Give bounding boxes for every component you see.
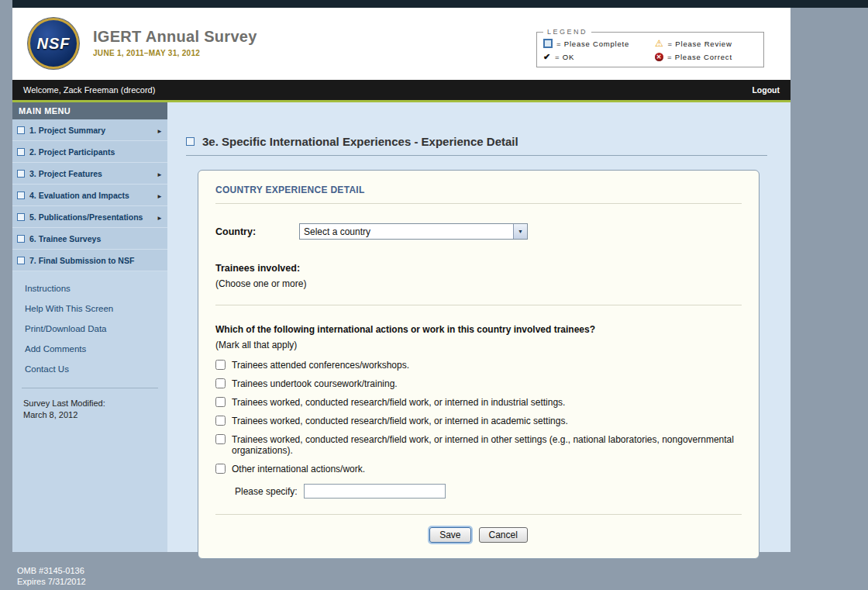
warning-triangle-icon	[655, 39, 664, 48]
page-title: 3e. Specific International Experiences -…	[202, 135, 518, 148]
other-actions-checkbox[interactable]	[215, 464, 226, 474]
legend-item-label: = Please Complete	[556, 40, 629, 48]
main-content: 3e. Specific International Experiences -…	[167, 102, 790, 552]
save-button[interactable]: Save	[429, 527, 470, 543]
trainees-involved-label: Trainees involved:	[215, 263, 742, 274]
panel-divider	[215, 305, 742, 305]
link-instructions[interactable]: Instructions	[25, 284, 167, 293]
page: NSF IGERT Annual Survey JUNE 1, 2011–MAY…	[12, 8, 790, 552]
page-body: MAIN MENU 1. Project Summary 2. Project …	[12, 102, 790, 552]
title-divider	[186, 155, 767, 156]
panel-divider	[215, 514, 742, 515]
legend-item-label: = OK	[555, 53, 574, 61]
checkbox-row-industrial[interactable]: Trainees worked, conducted research/fiel…	[215, 397, 739, 408]
country-select[interactable]: Select a country	[299, 223, 528, 240]
sidebar-item-label: 5. Publications/Presentations	[29, 212, 143, 222]
please-complete-square-icon	[17, 213, 25, 221]
checkbox-row-conferences[interactable]: Trainees attended conferences/workshops.	[215, 360, 739, 371]
header-titles: IGERT Annual Survey JUNE 1, 2011–MAY 31,…	[93, 28, 257, 57]
sidebar-item-label: 4. Evaluation and Impacts	[29, 191, 129, 200]
please-complete-square-icon	[17, 191, 25, 199]
sidebar-item-evaluation-impacts[interactable]: 4. Evaluation and Impacts	[12, 185, 167, 206]
checkbox-label: Trainees attended conferences/workshops.	[232, 360, 409, 371]
please-complete-square-icon	[17, 148, 25, 156]
sidebar-links: Instructions Help With This Screen Print…	[12, 284, 167, 385]
country-experience-panel: COUNTRY EXPERIENCE DETAIL Country: Selec…	[198, 170, 760, 559]
sidebar-item-label: 2. Project Participants	[29, 147, 115, 157]
conferences-checkbox[interactable]	[215, 360, 226, 370]
please-specify-row: Please specify:	[235, 484, 742, 499]
actions-question-hint: (Mark all that apply)	[215, 340, 742, 350]
chevron-down-icon	[513, 224, 527, 239]
panel-heading: COUNTRY EXPERIENCE DETAIL	[215, 185, 742, 195]
link-help-with-this-screen[interactable]: Help With This Screen	[25, 304, 167, 313]
country-select-value: Select a country	[300, 226, 370, 237]
omb-number: OMB #3145-0136	[17, 565, 86, 576]
checkbox-label: Trainees worked, conducted research/fiel…	[232, 434, 739, 456]
actions-question: Which of the following international act…	[215, 324, 742, 335]
checkbox-row-coursework[interactable]: Trainees undertook coursework/training.	[215, 378, 739, 389]
legend-item-correct: = Please Correct	[655, 53, 757, 61]
error-circle-icon	[655, 53, 663, 61]
sidebar-item-project-summary[interactable]: 1. Project Summary	[12, 119, 167, 141]
please-complete-square-icon	[186, 137, 195, 146]
submenu-arrow-icon	[157, 191, 163, 200]
industrial-settings-checkbox[interactable]	[215, 397, 226, 407]
legend-item-ok: = OK	[543, 53, 652, 61]
checkbox-row-academic[interactable]: Trainees worked, conducted research/fiel…	[215, 416, 739, 426]
main-menu-header: MAIN MENU	[12, 102, 167, 119]
omb-expires: Expires 7/31/2012	[17, 576, 86, 587]
checkbox-label: Trainees worked, conducted research/fiel…	[232, 397, 565, 408]
submenu-arrow-icon	[157, 212, 163, 222]
omb-footer: OMB #3145-0136 Expires 7/31/2012	[17, 565, 86, 587]
submenu-arrow-icon	[157, 169, 163, 178]
legend-item-label: = Please Review	[668, 40, 732, 48]
sidebar-divider	[22, 388, 158, 388]
top-strip	[12, 0, 868, 8]
welcome-text: Welcome, Zack Freeman (drecord)	[23, 85, 155, 95]
checkbox-label: Trainees worked, conducted research/fiel…	[232, 416, 568, 426]
app-title: IGERT Annual Survey	[93, 28, 257, 46]
logout-link[interactable]: Logout	[752, 85, 780, 95]
please-complete-square-icon	[17, 126, 25, 134]
sidebar-item-label: 1. Project Summary	[29, 126, 105, 135]
link-print-download-data[interactable]: Print/Download Data	[25, 324, 167, 333]
page-title-row: 3e. Specific International Experiences -…	[186, 135, 790, 148]
legend-item-review: = Please Review	[655, 39, 757, 48]
legend-grid: = Please Complete = Please Review = OK =…	[543, 39, 757, 61]
sidebar-item-label: 6. Trainee Surveys	[29, 234, 101, 243]
survey-period: JUNE 1, 2011–MAY 31, 2012	[93, 49, 257, 57]
please-complete-square-icon	[543, 39, 553, 48]
coursework-checkbox[interactable]	[215, 378, 226, 388]
country-label: Country:	[215, 226, 299, 237]
sidebar-item-trainee-surveys[interactable]: 6. Trainee Surveys	[12, 228, 167, 250]
checkbox-row-other-actions[interactable]: Other international actions/work.	[215, 464, 739, 474]
please-complete-square-icon	[17, 257, 25, 264]
link-contact-us[interactable]: Contact Us	[25, 364, 167, 374]
button-row: Save Cancel	[215, 527, 742, 543]
sidebar-item-publications-presentations[interactable]: 5. Publications/Presentations	[12, 206, 167, 228]
sidebar-item-project-participants[interactable]: 2. Project Participants	[12, 141, 167, 163]
please-specify-input[interactable]	[304, 484, 446, 499]
please-complete-square-icon	[17, 170, 25, 178]
last-modified-label: Survey Last Modified:	[23, 398, 157, 409]
please-complete-square-icon	[17, 235, 25, 243]
legend-box: LEGEND = Please Complete = Please Review…	[536, 28, 764, 67]
submenu-arrow-icon	[157, 126, 163, 135]
sidebar-item-label: 7. Final Submission to NSF	[29, 256, 134, 265]
country-field-row: Country: Select a country	[215, 223, 742, 240]
legend-item-complete: = Please Complete	[543, 39, 652, 48]
sidebar-item-project-features[interactable]: 3. Project Features	[12, 163, 167, 185]
sidebar-item-final-submission[interactable]: 7. Final Submission to NSF	[12, 250, 167, 271]
nsf-logo-text: NSF	[37, 35, 71, 53]
legend-title: LEGEND	[543, 28, 591, 36]
cancel-button[interactable]: Cancel	[479, 527, 528, 543]
check-icon	[543, 53, 551, 61]
academic-settings-checkbox[interactable]	[215, 416, 226, 426]
checkbox-row-other-settings[interactable]: Trainees worked, conducted research/fiel…	[215, 434, 739, 456]
please-specify-label: Please specify:	[235, 486, 298, 497]
other-settings-checkbox[interactable]	[215, 434, 226, 444]
link-add-comments[interactable]: Add Comments	[25, 344, 167, 354]
panel-divider	[215, 203, 742, 204]
last-modified-date: March 8, 2012	[23, 409, 157, 421]
